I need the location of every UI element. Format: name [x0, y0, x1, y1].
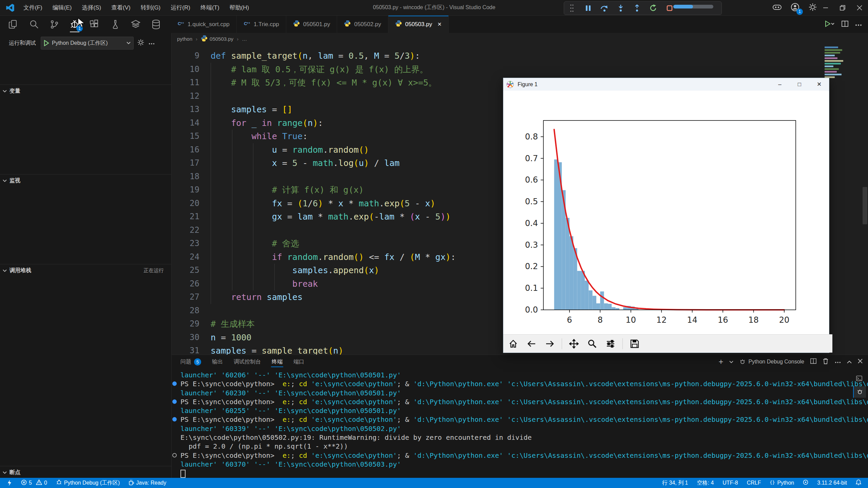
status-3.11.2 64-bit[interactable]: 3.11.2 64-bit	[814, 478, 850, 488]
section-监视[interactable]: 监视	[0, 174, 174, 187]
home-icon[interactable]	[507, 337, 520, 350]
restart-button[interactable]	[648, 3, 659, 13]
menu-7[interactable]: 帮助(H)	[225, 2, 254, 13]
terminal-list-item[interactable]	[853, 373, 865, 384]
back-icon[interactable]	[525, 337, 538, 350]
panel-tab-端口[interactable]: 端口	[289, 355, 308, 369]
active-terminal-item[interactable]: Python Debug Console	[739, 359, 804, 365]
panel-tab-输出[interactable]: 输出	[208, 355, 227, 369]
panel-more-icon[interactable]	[835, 359, 841, 365]
panel-tab-调试控制台[interactable]: 调试控制台	[230, 355, 265, 369]
status-Python[interactable]: {}Python	[766, 478, 797, 488]
section-变量[interactable]: 变量	[0, 85, 174, 97]
debug-settings-gear-icon[interactable]	[137, 39, 144, 48]
status-UTF-8[interactable]: UTF-8	[719, 478, 741, 488]
more-actions-icon[interactable]	[855, 21, 862, 27]
env-icon	[803, 480, 808, 486]
status-空格: 4[interactable]: 空格: 4	[694, 478, 717, 488]
terminal-output[interactable]: launcher' '60206' '--' 'E:\sync\code\pyt…	[172, 371, 868, 478]
account-icon[interactable]: 1	[791, 3, 799, 13]
menu-0[interactable]: 文件(F)	[19, 2, 47, 13]
menu-1[interactable]: 编辑(E)	[48, 2, 76, 13]
drag-grip-icon[interactable]	[566, 3, 578, 13]
save-icon[interactable]	[628, 337, 641, 350]
subplot-config-icon[interactable]	[604, 337, 617, 350]
status-bell-icon[interactable]	[852, 478, 865, 488]
figure-title-bar[interactable]: Figure 1 – □ ✕	[503, 78, 829, 91]
pan-icon[interactable]	[567, 337, 580, 350]
figure-close-button[interactable]: ✕	[809, 78, 829, 91]
problems-status[interactable]: 50	[18, 478, 51, 488]
terminal-line	[172, 469, 868, 477]
terminal-dropdown-icon[interactable]	[729, 359, 733, 365]
stop-button[interactable]	[664, 3, 675, 13]
start-debug-icon[interactable]	[44, 40, 49, 46]
maximize-panel-icon[interactable]	[847, 359, 852, 365]
menu-5[interactable]: 运行(R)	[166, 2, 195, 13]
menu-3[interactable]: 查看(V)	[107, 2, 135, 13]
debug-console-list-item[interactable]	[853, 386, 866, 398]
activity-source-control-icon[interactable]	[45, 16, 63, 33]
figure-minimize-button[interactable]: –	[770, 78, 790, 91]
sidebar-more-icon[interactable]	[149, 40, 155, 46]
step-over-button[interactable]	[599, 3, 610, 13]
activity-search-icon[interactable]	[25, 16, 43, 33]
command-success-decoration[interactable]	[172, 381, 177, 386]
activity-extensions-icon[interactable]	[86, 16, 104, 33]
java-status[interactable]: Java: Ready	[125, 478, 170, 488]
status-CRLF[interactable]: CRLF	[744, 478, 765, 488]
panel-tab-问题[interactable]: 问题5	[176, 355, 205, 369]
breadcrumb-item[interactable]: …	[242, 36, 247, 42]
breadcrumb-item[interactable]: 050503.py	[201, 35, 233, 43]
tab-1.quick_sort.cpp[interactable]: C++1.quick_sort.cpp	[171, 16, 237, 33]
debug-session-status[interactable]: Python Debug (工作区)	[53, 478, 123, 488]
activity-testing-icon[interactable]	[107, 16, 124, 33]
split-terminal-icon[interactable]	[810, 358, 816, 365]
breadcrumb-item[interactable]: python	[177, 36, 192, 42]
section-调用堆栈[interactable]: 调用堆栈正在运行	[0, 264, 174, 277]
command-success-decoration[interactable]	[172, 399, 177, 404]
restore-button[interactable]	[834, 0, 851, 15]
minimize-button[interactable]	[817, 0, 834, 15]
minimap[interactable]	[825, 46, 846, 79]
panel-tab-终端[interactable]: 终端	[268, 355, 287, 369]
activity-database-icon[interactable]	[147, 16, 165, 33]
section-断点[interactable]: 断点	[0, 466, 174, 478]
status-env-icon[interactable]	[799, 478, 812, 488]
split-editor-icon[interactable]	[842, 20, 848, 29]
command-running-decoration[interactable]	[172, 453, 177, 457]
code-line[interactable]: 10 # lam 取 0.5，可保证 g(x) 是 f(x) 的上界。	[172, 63, 868, 76]
tab-050503.py[interactable]: 050503.py×	[388, 16, 449, 33]
step-into-button[interactable]	[615, 3, 626, 13]
remote-indicator-icon[interactable]	[3, 478, 16, 488]
copilot-icon[interactable]	[772, 3, 782, 13]
menu-4[interactable]: 转到(G)	[136, 2, 165, 13]
activity-layers-icon[interactable]	[127, 16, 144, 33]
figure-maximize-button[interactable]: □	[790, 78, 809, 91]
forward-icon[interactable]	[543, 337, 556, 350]
menu-bar: 文件(F)编辑(E)选择(S)查看(V)转到(G)运行(R)终端(T)帮助(H)	[19, 0, 253, 15]
tab-050502.py[interactable]: 050502.py	[337, 16, 388, 33]
tab-050501.py[interactable]: 050501.py	[286, 16, 337, 33]
histogram-bar	[581, 271, 585, 310]
editor-scrollbar[interactable]	[863, 187, 867, 224]
settings-gear-icon[interactable]	[808, 3, 817, 13]
zoom-icon[interactable]	[586, 337, 599, 350]
tab-1.Trie.cpp[interactable]: C++1.Trie.cpp	[237, 16, 286, 33]
new-terminal-button[interactable]: +	[718, 358, 723, 365]
run-file-button[interactable]	[825, 20, 835, 29]
activity-explorer-icon[interactable]	[5, 16, 22, 33]
close-panel-icon[interactable]	[858, 359, 863, 365]
menu-6[interactable]: 终端(T)	[196, 2, 224, 13]
kill-terminal-icon[interactable]	[823, 358, 829, 366]
pause-button[interactable]	[582, 3, 594, 13]
launch-config-dropdown[interactable]: Python Debug (工作区)	[41, 37, 134, 50]
step-out-button[interactable]	[631, 3, 643, 13]
tab-close-icon[interactable]: ×	[438, 20, 442, 28]
command-success-decoration[interactable]	[172, 417, 177, 421]
status-行 34, 列 1[interactable]: 行 34, 列 1	[659, 478, 691, 488]
section-label: 监视	[9, 177, 20, 184]
menu-2[interactable]: 选择(S)	[77, 2, 105, 13]
code-line[interactable]: 9def sample_target(n, lam = 0.5, M = 5/3…	[172, 49, 868, 63]
close-button[interactable]	[851, 0, 868, 15]
